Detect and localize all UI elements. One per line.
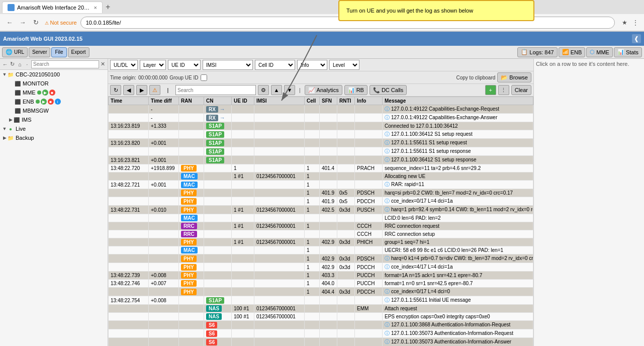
app-title: Amarisoft Web GUI 2023.02.15 [3, 36, 630, 42]
next-btn[interactable]: ▶ [136, 85, 147, 95]
more-options-btn[interactable]: ⋮ [498, 85, 509, 95]
table-row[interactable]: RRCCCCHRRC connection setup [109, 230, 533, 238]
search-options-btn[interactable]: ⚙ [258, 85, 269, 95]
info-icon: ⓘ [385, 140, 390, 145]
table-row[interactable]: NAS100 #101234567000001EPS encryption ca… [109, 313, 533, 321]
table-row[interactable]: S6ⓘ127.0.1.100:35073 Authentication-Info… [109, 338, 533, 347]
browse-button[interactable]: 📂 Browse [497, 72, 531, 82]
new-tab-button[interactable]: + [106, 3, 110, 12]
sidebar-item-monitor[interactable]: ⬛ MONITOR [0, 79, 108, 88]
mme-action-btn1[interactable]: ▶ [42, 90, 48, 96]
table-row[interactable]: 13:48:22.754+0.008S1APⓘ127.0.1.1:55611 I… [109, 296, 533, 305]
table-row[interactable]: MAC1UECRI: 58 e8 99 8c e1 c6 LCID:0 len=… [109, 246, 533, 254]
settings-icon[interactable]: ⋮ [631, 18, 640, 27]
log-table-container[interactable]: Time Time diff RAN CN UE ID IMSI Cell SF… [108, 97, 533, 346]
table-row[interactable]: PHY1402.90x3dPDCCHⓘcce_index=4/17 L=4 dc… [109, 263, 533, 272]
file-button[interactable]: File [51, 47, 66, 57]
level-select[interactable]: Level [329, 60, 359, 70]
sidebar-item-live[interactable]: ▼ ● Live [0, 124, 108, 133]
mme-action-btn2[interactable]: ■ [49, 90, 55, 96]
table-row[interactable]: 13:16:23.821+0.001S1APⓘ127.0.1.100:36412… [109, 156, 533, 164]
table-row[interactable]: 13:48:22.720+1918.899PHY11401.4PRACHsequ… [109, 164, 533, 172]
layer-select[interactable]: LayerPHYMACRRCNAS [140, 60, 166, 70]
table-row[interactable]: 13:16:23.819+1.333S1APConnected to 127.0… [109, 122, 533, 130]
warning-btn[interactable]: ⚠ [149, 85, 160, 95]
enb-action-btn1[interactable]: ▶ [41, 99, 47, 105]
info-select[interactable]: Info [297, 60, 327, 70]
table-row[interactable]: S6ⓘ127.0.1.100:3868 Authentication-Infor… [109, 321, 533, 329]
sidebar-item-cbc[interactable]: ▼ 📁 CBC-2021050100 [0, 70, 108, 79]
table-row[interactable]: S6ⓘ127.0.1.100:35073 Authentication-Info… [109, 329, 533, 338]
rb-btn[interactable]: 📊 RB [344, 85, 367, 95]
ul-dl-select[interactable]: UL/DLULDL [110, 60, 138, 70]
tab-title: Amarisoft Web Interface 2023-0 [17, 5, 91, 11]
filter-bar-2: Time origin: 00:00:00.000 Group UE ID Co… [108, 71, 533, 84]
expand-button[interactable]: ❰ [632, 34, 641, 43]
sidebar-dot-btn[interactable]: ∙ [24, 60, 31, 68]
back-button[interactable]: ← [4, 17, 15, 28]
table-row[interactable]: PHY1404.40x3dPDCCHⓘcce_index=0/17 L=4 dc… [109, 288, 533, 296]
table-row[interactable]: S1APⓘ127.0.1.100:36412 S1 setup request [109, 130, 533, 139]
dc-calls-btn[interactable]: 📞 DC Calls [370, 85, 407, 95]
table-row[interactable]: PHY1401.90x5PDSCHharq=si prb=0.2 CW0: tb… [109, 189, 533, 197]
export-button[interactable]: Export [68, 47, 89, 57]
sidebar-item-ims[interactable]: ▶ ⬛ IMS [0, 115, 108, 124]
imsi-select[interactable]: IMSI [203, 60, 253, 70]
mme-button[interactable]: ⬡ MME [586, 47, 613, 57]
table-row[interactable]: NAS100 #101234567000001EMMAttach request [109, 305, 533, 313]
logs-button[interactable]: 📋 Logs: 847 [517, 47, 557, 57]
table-row[interactable]: -RX →ⓘ127.0.0.1:49122 Capabilities-Excha… [109, 114, 533, 122]
info-icon: ⓘ [385, 106, 390, 112]
sidebar-item-enb[interactable]: ⬛ ENB ▶ ■ i [0, 97, 108, 106]
server-button[interactable]: Server [29, 47, 50, 57]
table-row[interactable]: -RX →ⓘ127.0.0.1:49122 Capabilities-Excha… [109, 105, 533, 114]
table-row[interactable]: MAC1 #1012345670000011Allocating new UE [109, 172, 533, 181]
ue-id-select[interactable]: UE ID [168, 60, 201, 70]
sidebar-back-btn[interactable]: ← [2, 60, 9, 68]
reload-button[interactable]: ↻ [30, 17, 41, 28]
filter-btn[interactable]: ▲ [271, 85, 282, 95]
stats-button[interactable]: 📊 Stats [614, 47, 642, 57]
prev-btn[interactable]: ◀ [123, 85, 134, 95]
logs-icon: 📋 [521, 49, 528, 55]
sidebar-close-btn[interactable]: ✕ [100, 61, 106, 68]
analytics-btn[interactable]: 📈 Analytics [305, 85, 342, 95]
tab-close-button[interactable]: × [94, 5, 97, 11]
url-button[interactable]: 🌐 URL [2, 47, 28, 57]
callout-text: Turn on UE and you will get the log as s… [346, 8, 473, 14]
table-row[interactable]: PHY1402.90x3dPDSCHⓘharq=0 k1=4 prb=0.7 t… [109, 254, 533, 263]
group-ue-checkbox[interactable] [201, 74, 207, 81]
refresh-logs-btn[interactable]: ↻ [110, 85, 121, 95]
col-header-timediff: Time diff [149, 97, 179, 105]
sidebar-search-input[interactable] [31, 60, 99, 68]
sidebar-item-mbmsgw[interactable]: ⬛ MBMSGW [0, 106, 108, 115]
table-row[interactable]: 13:48:22.746+0.007PHY1404.0PUCCHformat=1… [109, 280, 533, 288]
add-filter-btn[interactable]: + [485, 85, 496, 95]
table-row[interactable]: 13:48:22.731+0.010PHY1 #1012345670000011… [109, 206, 533, 214]
table-row[interactable]: 13:16:23.820+0.001S1APⓘ127.0.1.1:55611 S… [109, 139, 533, 147]
table-row[interactable]: 13:48:22.721+0.001MAC1ⓘRAR: rapid=11 [109, 181, 533, 189]
log-table-body: -RX →ⓘ127.0.0.1:49122 Capabilities-Excha… [109, 105, 533, 347]
sidebar-home-btn[interactable]: ⌂ [17, 60, 23, 68]
active-tab[interactable]: Amarisoft Web Interface 2023-0 × [2, 2, 103, 13]
star-icon[interactable]: ★ [620, 18, 629, 27]
table-row[interactable]: PHY1 #1012345670000011402.90x3dPHICHgrou… [109, 238, 533, 246]
status-dot-enb [36, 100, 40, 104]
cell-id-select[interactable]: Cell ID [255, 60, 295, 70]
clear-btn[interactable]: Clear [511, 85, 531, 95]
sidebar-item-backup[interactable]: ▶ 📁 Backup [0, 133, 108, 142]
info-icon: ⓘ [385, 131, 390, 137]
table-row[interactable]: RRC1 #1012345670000011CCCHRRC connection… [109, 222, 533, 230]
table-row[interactable]: PHY1401.90x5PDCCHⓘcce_index=0/17 L=4 dci… [109, 197, 533, 206]
table-row[interactable]: 13:48:22.739+0.008PHY1403.3PUCCHformat=1… [109, 272, 533, 280]
enb-action-btn2[interactable]: ■ [48, 99, 54, 105]
filter2-btn[interactable]: ▼ [284, 85, 295, 95]
search-input[interactable] [175, 85, 256, 95]
sidebar-item-mme[interactable]: ⬛ MME ▶ ■ [0, 88, 108, 97]
enb-action-btn3[interactable]: i [55, 99, 61, 105]
table-row[interactable]: S1APⓘ127.0.1.1:55611 S1 setup response [109, 147, 533, 156]
forward-button[interactable]: → [17, 17, 28, 28]
sidebar-refresh-btn[interactable]: ↻ [10, 60, 16, 68]
table-row[interactable]: MACLCID:0 len=6 PAD: len=2 [109, 214, 533, 222]
enb-button[interactable]: 📶 ENB [559, 47, 586, 57]
